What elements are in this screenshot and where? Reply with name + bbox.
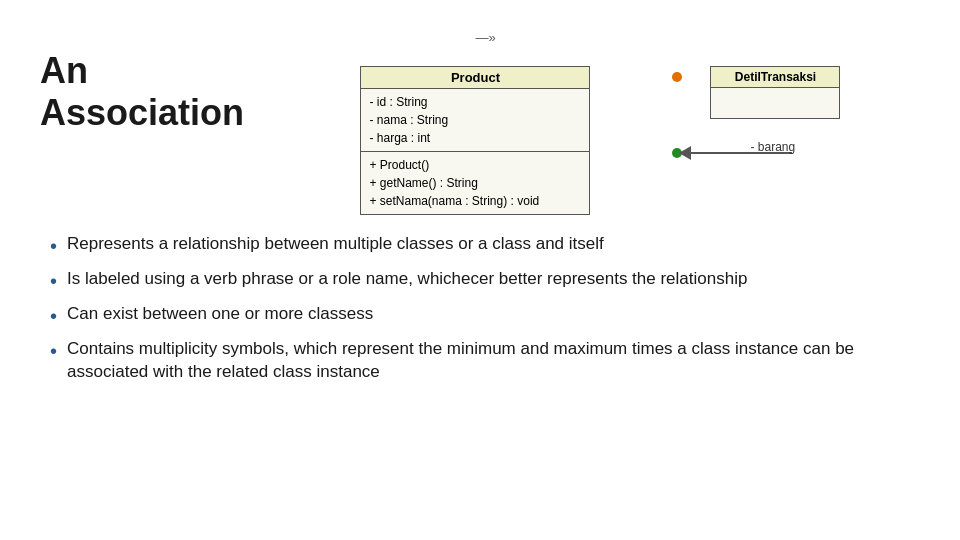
attr-id: - id : String — [369, 93, 581, 111]
detil-class-box: DetilTransaksi — [710, 66, 840, 119]
orange-dot — [672, 72, 682, 82]
bullet-item-2: • Is labeled using a verb phrase or a ro… — [50, 268, 920, 295]
bullet-text-3: Can exist between one or more classess — [67, 303, 920, 326]
association-label: - barang — [750, 140, 795, 154]
method-setnama: + setNama(nama : String) : void — [369, 192, 581, 210]
product-class-header: Product — [361, 67, 589, 89]
arrowhead — [679, 146, 691, 160]
bullet-dot-2: • — [50, 268, 57, 295]
top-arrow: —» — [475, 30, 495, 45]
method-constructor: + Product() — [369, 156, 581, 174]
bullet-item-3: • Can exist between one or more classess — [50, 303, 920, 330]
product-class-box: Product - id : String - nama : String - … — [360, 66, 590, 215]
page-title: An Association — [40, 30, 300, 134]
attr-nama: - nama : String — [369, 111, 581, 129]
bullet-dot-1: • — [50, 233, 57, 260]
bullet-list: • Represents a relationship between mult… — [40, 233, 920, 392]
detil-class-header: DetilTransaksi — [711, 67, 839, 88]
product-class-methods: + Product() + getName() : String + setNa… — [361, 152, 589, 214]
title-area: An Association —» Product - id : String … — [40, 30, 920, 205]
method-getname: + getName() : String — [369, 174, 581, 192]
detil-class-body — [711, 88, 839, 118]
bullet-item-4: • Contains multiplicity symbols, which r… — [50, 338, 920, 384]
bullet-item-1: • Represents a relationship between mult… — [50, 233, 920, 260]
bullet-text-4: Contains multiplicity symbols, which rep… — [67, 338, 920, 384]
product-class-attributes: - id : String - nama : String - harga : … — [361, 89, 589, 152]
bullet-dot-3: • — [50, 303, 57, 330]
bullet-text-2: Is labeled using a verb phrase or a role… — [67, 268, 920, 291]
uml-diagram: —» Product - id : String - nama : String… — [360, 30, 920, 205]
bullet-dot-4: • — [50, 338, 57, 365]
attr-harga: - harga : int — [369, 129, 581, 147]
slide: An Association —» Product - id : String … — [0, 0, 960, 540]
bullet-text-1: Represents a relationship between multip… — [67, 233, 920, 256]
